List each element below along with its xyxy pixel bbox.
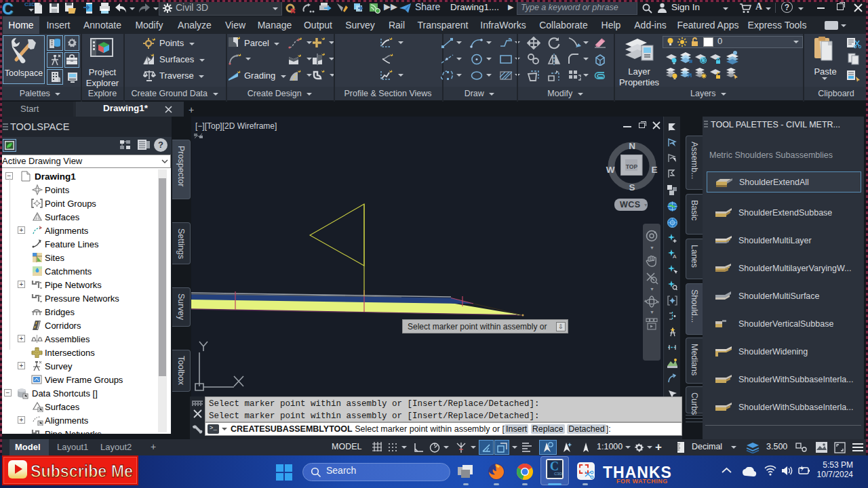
svg-text:A: A: [673, 253, 677, 259]
svg-text:Subscribe Me: Subscribe Me: [31, 462, 133, 481]
